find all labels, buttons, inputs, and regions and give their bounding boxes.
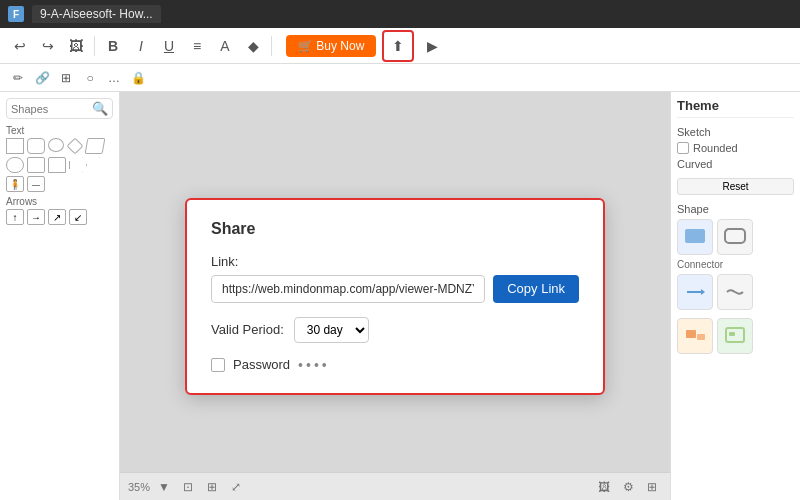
password-dots: •••• bbox=[298, 357, 330, 373]
main-layout: 🔍 Text 🧍 — Arrows ↑ → ↗ ↙ bbox=[0, 92, 800, 500]
svg-marker-3 bbox=[701, 289, 705, 295]
shapes-section-label: Text bbox=[6, 125, 113, 136]
buy-now-button[interactable]: 🛒 Buy Now bbox=[286, 35, 376, 57]
connector-cards-row bbox=[677, 274, 794, 310]
shape-section-label: Shape bbox=[677, 203, 794, 215]
image-button[interactable]: 🖼 bbox=[64, 34, 88, 58]
curved-option: Curved bbox=[677, 158, 794, 170]
search-icon: 🔍 bbox=[92, 101, 108, 116]
arrow-diagonal[interactable]: ↙ bbox=[69, 209, 87, 225]
separator-1 bbox=[94, 36, 95, 56]
rounded-label: Rounded bbox=[693, 142, 738, 154]
more-button[interactable]: … bbox=[104, 68, 124, 88]
rounded-checkbox[interactable] bbox=[677, 142, 689, 154]
app-icon: F bbox=[8, 6, 24, 22]
connector-card-1[interactable] bbox=[677, 274, 713, 310]
shapes-search-box[interactable]: 🔍 bbox=[6, 98, 113, 119]
connector-card-1-icon bbox=[683, 280, 707, 304]
search-input[interactable] bbox=[11, 103, 92, 115]
modal-overlay: Share Link: Copy Link Valid Period: 30 d… bbox=[120, 92, 670, 500]
password-label: Password bbox=[233, 357, 290, 372]
shape-rounded[interactable] bbox=[27, 138, 45, 154]
shape-person[interactable]: 🧍 bbox=[6, 176, 24, 192]
shape-card-1-icon bbox=[683, 225, 707, 249]
share-button[interactable]: ⬆ bbox=[382, 30, 414, 62]
link-row: Copy Link bbox=[211, 275, 579, 303]
shape-diamond[interactable] bbox=[67, 138, 84, 155]
share-modal: Share Link: Copy Link Valid Period: 30 d… bbox=[185, 198, 605, 395]
shape-star[interactable] bbox=[90, 157, 108, 173]
sketch-label: Sketch bbox=[677, 126, 711, 138]
sub-toolbar: ✏ 🔗 ⊞ ○ … 🔒 bbox=[0, 64, 800, 92]
shapes-grid: 🧍 — bbox=[6, 138, 113, 192]
pencil-button[interactable]: ✏ bbox=[8, 68, 28, 88]
svg-rect-1 bbox=[725, 229, 745, 243]
arrow-curved[interactable]: ↗ bbox=[48, 209, 66, 225]
main-toolbar: ↩ ↪ 🖼 B I U ≡ A ◆ 🛒 Buy Now ⬆ ▶ bbox=[0, 28, 800, 64]
shape-arrow[interactable] bbox=[69, 157, 87, 173]
theme-options: Sketch Rounded Curved Reset bbox=[677, 126, 794, 195]
left-sidebar: 🔍 Text 🧍 — Arrows ↑ → ↗ ↙ bbox=[0, 92, 120, 500]
font-button[interactable]: A bbox=[213, 34, 237, 58]
valid-period-label: Valid Period: bbox=[211, 322, 284, 337]
browser-tab[interactable]: 9-A-Aiseesoft- How... bbox=[32, 5, 161, 23]
copy-link-button[interactable]: Copy Link bbox=[493, 275, 579, 303]
video-button[interactable]: ▶ bbox=[420, 34, 444, 58]
svg-rect-7 bbox=[729, 332, 735, 336]
curved-label: Curved bbox=[677, 158, 712, 170]
bold-button[interactable]: B bbox=[101, 34, 125, 58]
right-sidebar: Theme Sketch Rounded Curved Reset Shape bbox=[670, 92, 800, 500]
link-input[interactable] bbox=[211, 275, 485, 303]
titlebar: F 9-A-Aiseesoft- How... bbox=[0, 0, 800, 28]
arrows-grid: ↑ → ↗ ↙ bbox=[6, 209, 113, 225]
extra-card-2[interactable] bbox=[717, 318, 753, 354]
password-checkbox[interactable] bbox=[211, 358, 225, 372]
shape-pentagon[interactable] bbox=[27, 157, 45, 173]
align-button[interactable]: ≡ bbox=[185, 34, 209, 58]
period-select[interactable]: 30 day bbox=[294, 317, 369, 343]
password-row: Password •••• bbox=[211, 357, 579, 373]
svg-rect-0 bbox=[685, 229, 705, 243]
arrows-section-label: Arrows bbox=[6, 196, 113, 207]
paint-button[interactable]: ◆ bbox=[241, 34, 265, 58]
extra-card-1-icon bbox=[683, 324, 707, 348]
rounded-option[interactable]: Rounded bbox=[677, 142, 794, 154]
shape-theme-section: Shape Connector bbox=[677, 203, 794, 310]
reset-button[interactable]: Reset bbox=[677, 178, 794, 195]
shape-line[interactable]: — bbox=[27, 176, 45, 192]
shape-card-1[interactable] bbox=[677, 219, 713, 255]
sketch-option: Sketch bbox=[677, 126, 794, 138]
lock-button[interactable]: 🔒 bbox=[128, 68, 148, 88]
shape-cylinder[interactable] bbox=[48, 157, 66, 173]
shape-cloud[interactable] bbox=[6, 157, 24, 173]
extra-card-1[interactable] bbox=[677, 318, 713, 354]
comment-button[interactable]: ○ bbox=[80, 68, 100, 88]
modal-title: Share bbox=[211, 220, 579, 238]
shape-cards-row bbox=[677, 219, 794, 255]
period-row: Valid Period: 30 day bbox=[211, 317, 579, 343]
redo-button[interactable]: ↪ bbox=[36, 34, 60, 58]
theme-title: Theme bbox=[677, 98, 794, 118]
extra-cards-row bbox=[677, 318, 794, 354]
connector-card-2[interactable] bbox=[717, 274, 753, 310]
shape-ellipse[interactable] bbox=[48, 138, 64, 152]
canvas-area[interactable]: Reflected music of court attendees and h… bbox=[120, 92, 670, 500]
connector-card-2-icon bbox=[723, 280, 747, 304]
link-sub-button[interactable]: 🔗 bbox=[32, 68, 52, 88]
shape-parallelogram[interactable] bbox=[85, 138, 106, 154]
shape-rect[interactable] bbox=[6, 138, 24, 154]
underline-button[interactable]: U bbox=[157, 34, 181, 58]
separator-2 bbox=[271, 36, 272, 56]
arrow-right[interactable]: → bbox=[27, 209, 45, 225]
image-sub-button[interactable]: ⊞ bbox=[56, 68, 76, 88]
shape-card-2-icon bbox=[723, 225, 747, 249]
shape-card-2[interactable] bbox=[717, 219, 753, 255]
svg-rect-5 bbox=[697, 334, 705, 340]
link-field-label: Link: bbox=[211, 254, 579, 269]
italic-button[interactable]: I bbox=[129, 34, 153, 58]
extra-theme-section bbox=[677, 318, 794, 354]
toolbar-right: 🛒 Buy Now ⬆ ▶ bbox=[286, 30, 444, 62]
undo-button[interactable]: ↩ bbox=[8, 34, 32, 58]
arrow-up[interactable]: ↑ bbox=[6, 209, 24, 225]
extra-card-2-icon bbox=[723, 324, 747, 348]
